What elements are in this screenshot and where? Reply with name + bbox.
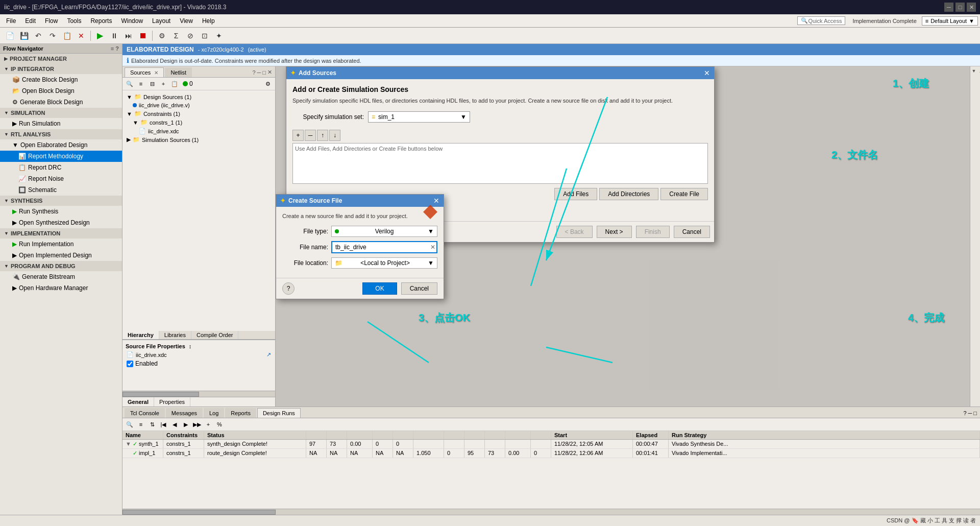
- menu-view[interactable]: View: [176, 16, 197, 26]
- create-source-ok-btn[interactable]: OK: [362, 282, 397, 295]
- menu-edit[interactable]: Edit: [21, 16, 40, 26]
- menu-reports[interactable]: Reports: [86, 16, 116, 26]
- nav-pin-icon[interactable]: ≡: [111, 45, 114, 52]
- bottom-sort-btn[interactable]: ⇅: [147, 419, 157, 429]
- nav-report-noise[interactable]: 📈 Report Noise: [0, 173, 122, 184]
- bottom-back-btn[interactable]: ◀: [169, 419, 180, 429]
- add-source-up-btn[interactable]: ↑: [317, 130, 328, 141]
- create-source-cancel-btn[interactable]: Cancel: [401, 282, 437, 295]
- menu-file[interactable]: File: [2, 16, 20, 26]
- settings-btn[interactable]: ⚙: [155, 29, 168, 42]
- tab-design-runs[interactable]: Design Runs: [257, 408, 301, 418]
- nav-run-synthesis[interactable]: ▶ Run Synthesis: [0, 206, 122, 217]
- add-directories-btn[interactable]: Add Directories: [599, 188, 658, 200]
- tree-constraints[interactable]: ▼ 📁 Constraints (1): [122, 109, 275, 118]
- sources-help-icon[interactable]: ?: [252, 69, 255, 76]
- stats-btn[interactable]: Σ: [169, 29, 183, 42]
- nav-schematic[interactable]: 🔲 Schematic: [0, 184, 122, 196]
- new-file-btn[interactable]: 📄: [3, 29, 16, 42]
- source-enabled-checkbox[interactable]: [127, 361, 133, 367]
- tab2-hierarchy[interactable]: Hierarchy: [122, 331, 159, 339]
- close-btn[interactable]: ✕: [967, 3, 976, 12]
- stop-btn[interactable]: ⏹: [136, 29, 150, 42]
- tree-iic-drive[interactable]: iic_drive (iic_drive.v): [122, 101, 275, 109]
- table-row[interactable]: ▼ ✓ synth_1 constrs_1 synth_design Compl…: [122, 440, 980, 449]
- dialog-cancel-btn[interactable]: Cancel: [674, 226, 710, 238]
- tab-tcl-console[interactable]: Tcl Console: [125, 408, 165, 418]
- tab-netlist[interactable]: Netlist: [165, 67, 192, 77]
- nav-open-hardware-manager[interactable]: ▶ Open Hardware Manager: [0, 282, 122, 294]
- nav-open-block-design[interactable]: 📂 Open Block Design: [0, 85, 122, 97]
- bottom-minimize-icon[interactable]: ─: [968, 410, 972, 416]
- nav-implementation[interactable]: ▼ IMPLEMENTATION: [0, 228, 122, 238]
- file-location-dropdown[interactable]: 📁 <Local to Project> ▼: [331, 257, 437, 269]
- nav-program-debug[interactable]: ▼ PROGRAM AND DEBUG: [0, 261, 122, 271]
- quick-access[interactable]: 🔍 Quick Access: [797, 16, 845, 25]
- tool2-btn[interactable]: ⊡: [198, 29, 211, 42]
- add-source-add-btn[interactable]: +: [292, 130, 304, 141]
- nav-open-synthesized-design[interactable]: ▶ Open Synthesized Design: [0, 217, 122, 228]
- sources-maximize-icon[interactable]: □: [262, 69, 266, 76]
- bottom-fwd-btn[interactable]: ▶▶: [192, 419, 202, 429]
- nav-open-implemented-design[interactable]: ▶ Open Implemented Design: [0, 250, 122, 261]
- bottom-prev-btn[interactable]: |◀: [158, 419, 168, 429]
- run-btn[interactable]: ▶: [93, 29, 107, 42]
- tab2-libraries[interactable]: Libraries: [159, 331, 191, 339]
- nav-create-block-design[interactable]: 📦 Create Block Design: [0, 74, 122, 85]
- tab-reports[interactable]: Reports: [225, 408, 256, 418]
- sources-settings-btn[interactable]: ⚙: [263, 79, 273, 89]
- sources-search-btn[interactable]: 🔍: [125, 79, 135, 89]
- delete-btn[interactable]: ✕: [75, 29, 88, 42]
- undo-btn[interactable]: ↶: [32, 29, 45, 42]
- sources-add-btn[interactable]: +: [158, 79, 168, 89]
- bottom-play-btn[interactable]: ▶: [181, 419, 191, 429]
- menu-help[interactable]: Help: [198, 16, 219, 26]
- tab-sources[interactable]: Sources ✕: [125, 67, 164, 77]
- sources-tab-close[interactable]: ✕: [154, 70, 158, 76]
- menu-window[interactable]: Window: [117, 16, 147, 26]
- nav-ip-integrator[interactable]: ▼ IP INTEGRATOR: [0, 64, 122, 74]
- nav-generate-bitstream[interactable]: 🔌 Generate Bitstream: [0, 271, 122, 282]
- tree-xdc-file[interactable]: 📄 iic_drive.xdc: [122, 127, 275, 135]
- next-btn[interactable]: Next >: [597, 226, 632, 238]
- bottom-help-icon[interactable]: ?: [963, 410, 966, 416]
- nav-help-icon[interactable]: ?: [115, 45, 119, 52]
- layout-dropdown[interactable]: ≡ Default Layout ▼: [922, 16, 978, 26]
- source-file-link[interactable]: ↗: [266, 351, 271, 358]
- tool3-btn[interactable]: ✦: [212, 29, 226, 42]
- finish-btn[interactable]: Finish: [636, 226, 670, 238]
- tab2-compile-order[interactable]: Compile Order: [191, 331, 239, 339]
- nav-report-methodology[interactable]: 📊 Report Methodology: [0, 151, 122, 162]
- tree-design-sources[interactable]: ▼ 📁 Design Sources (1): [122, 92, 275, 101]
- nav-project-manager[interactable]: ▶ PROJECT MANAGER: [0, 54, 122, 64]
- nav-simulation[interactable]: ▼ SIMULATION: [0, 108, 122, 118]
- bottom-percent-btn[interactable]: %: [214, 419, 225, 429]
- menu-flow[interactable]: Flow: [41, 16, 62, 26]
- redo-btn[interactable]: ↷: [46, 29, 59, 42]
- sources-extra-btn[interactable]: 📋: [169, 79, 180, 89]
- sources-collapse-btn[interactable]: ⊟: [147, 79, 157, 89]
- table-row[interactable]: ✓ impl_1 constrs_1 route_design Complete…: [122, 449, 980, 458]
- add-source-down-btn[interactable]: ↓: [329, 130, 340, 141]
- step-btn[interactable]: ⏭: [122, 29, 135, 42]
- tab-log[interactable]: Log: [204, 408, 224, 418]
- menu-layout[interactable]: Layout: [148, 16, 175, 26]
- tool1-btn[interactable]: ⊘: [184, 29, 197, 42]
- sources-filter-btn[interactable]: ≡: [136, 79, 146, 89]
- pause-btn[interactable]: ⏸: [108, 29, 121, 42]
- bottom-maximize-icon[interactable]: □: [973, 410, 977, 416]
- copy-btn[interactable]: 📋: [60, 29, 74, 42]
- main-scrollbar[interactable]: [122, 509, 980, 515]
- nav-synthesis[interactable]: ▼ SYNTHESIS: [0, 196, 122, 206]
- nav-report-drc[interactable]: 📋 Report DRC: [0, 162, 122, 173]
- source-props-expand[interactable]: ↕: [189, 343, 192, 349]
- add-files-btn[interactable]: Add Files: [554, 188, 597, 200]
- save-btn[interactable]: 💾: [17, 29, 31, 42]
- nav-open-elaborated-design[interactable]: ▼ Open Elaborated Design: [0, 139, 122, 151]
- file-name-input[interactable]: [331, 241, 437, 253]
- sim-set-dropdown[interactable]: ≡ sim_1 ▼: [368, 111, 470, 123]
- tab3-properties[interactable]: Properties: [154, 397, 190, 407]
- sources-close-icon[interactable]: ✕: [267, 69, 272, 76]
- nav-generate-block-design[interactable]: ⚙ Generate Block Design: [0, 97, 122, 108]
- nav-run-simulation[interactable]: ▶ Run Simulation: [0, 118, 122, 129]
